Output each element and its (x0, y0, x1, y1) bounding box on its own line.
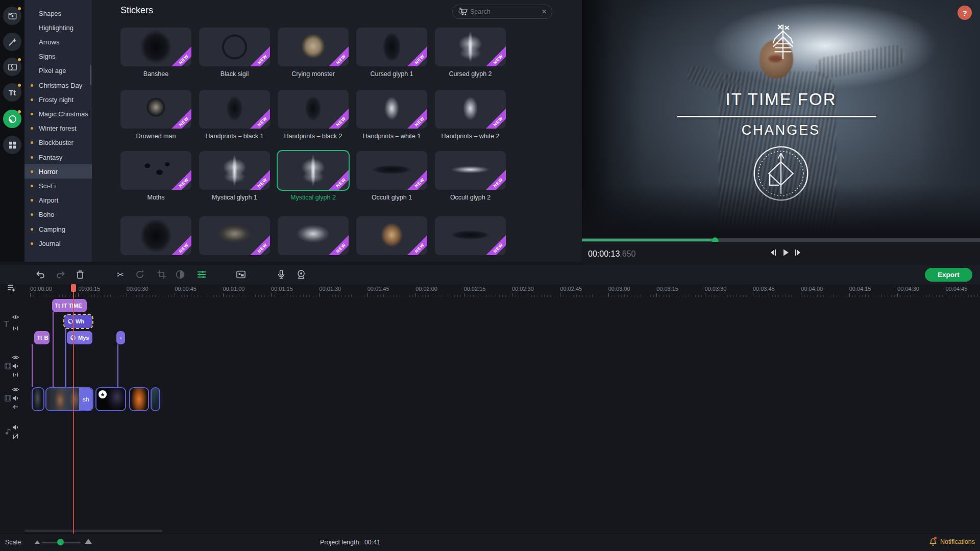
new-content-dot (18, 58, 21, 61)
sticker-tile-occult-glyph-2[interactable]: NEW (435, 151, 506, 190)
rail-import-button[interactable] (3, 7, 21, 25)
sticker-tile-mystical-glyph-1[interactable]: NEW (199, 151, 270, 190)
webcam-button[interactable] (296, 269, 307, 280)
overlay-track-link-icon[interactable] (12, 371, 19, 379)
sidebar-item-christmas-day[interactable]: Christmas Day (24, 78, 92, 92)
sticker-tile-banshee[interactable]: NEW (120, 28, 191, 66)
undo-button[interactable] (35, 269, 46, 280)
export-button[interactable]: Export (925, 268, 972, 282)
sidebar-item-airport[interactable]: Airport (24, 193, 92, 208)
sidebar-item-arrows[interactable]: Arrows (24, 35, 92, 49)
rotate-button[interactable] (134, 269, 145, 280)
timeline-h-scrollbar[interactable] (24, 530, 162, 532)
scale-slider-handle[interactable] (57, 539, 64, 545)
overlay-track-mute-icon[interactable] (12, 362, 19, 370)
audio-track-mute-icon[interactable] (12, 423, 19, 431)
sticker-tile-mystical-glyph-2[interactable]: NEW (278, 151, 349, 190)
sidebar-item-journal[interactable]: Journal (24, 236, 92, 251)
video-clip[interactable] (32, 387, 44, 411)
sidebar-item-fantasy[interactable]: Fantasy (24, 150, 92, 164)
rail-more-tools-button[interactable] (3, 136, 21, 154)
playhead-handle[interactable] (71, 284, 76, 292)
zoom-in-icon[interactable] (85, 539, 92, 544)
title-clip[interactable]: TtIT TIME (52, 299, 87, 312)
overlay-track-visibility-icon[interactable] (12, 354, 19, 361)
title-track-visibility-icon[interactable] (12, 313, 19, 321)
rail-filters-button[interactable] (3, 33, 21, 51)
sidebar-item-sci-fi[interactable]: Sci-Fi (24, 179, 92, 193)
sticker-label: Handprints – white 2 (435, 133, 506, 140)
sticker-tile-cursed-glyph-2[interactable]: NEW (435, 28, 506, 66)
overlay-title-text: IT TIME FOR (582, 90, 980, 109)
pip-frame-button[interactable] (235, 269, 247, 280)
sticker-tile[interactable]: NEW (199, 216, 270, 255)
scale-label: Scale: (5, 539, 23, 546)
video-clip[interactable]: sh (45, 387, 93, 411)
sidebar-item-signs[interactable]: Signs (24, 49, 92, 64)
sticker-tile-handprints-white-1[interactable]: NEW (356, 90, 427, 129)
help-button[interactable]: ? (958, 6, 972, 20)
video-track-arrow-icon[interactable] (12, 403, 19, 411)
sidebar-item-blockbuster[interactable]: Blockbuster (24, 136, 92, 150)
sticker-tile-crying-monster[interactable]: NEW (278, 28, 349, 66)
video-track-visibility-icon[interactable] (12, 386, 19, 393)
play-button[interactable] (781, 248, 790, 257)
sidebar-item-magic-christmas[interactable]: Magic Christmas (24, 107, 92, 121)
video-track-mute-icon[interactable] (12, 394, 19, 402)
sticker-clip[interactable] (116, 331, 125, 344)
sticker-tile-handprints-black-1[interactable]: NEW (199, 90, 270, 129)
color-adjust-button[interactable] (175, 269, 186, 280)
next-frame-button[interactable] (794, 248, 803, 257)
panel-title: Stickers (120, 5, 153, 16)
video-clip[interactable] (129, 387, 149, 411)
audio-track-unlink-icon[interactable] (12, 433, 19, 440)
add-track-icon[interactable] (7, 283, 16, 292)
ruler-tick (656, 293, 657, 297)
sticker-tile-drowned-man[interactable]: NEW (120, 90, 191, 129)
sticker-tile[interactable]: NEW (120, 216, 191, 255)
sticker-clip[interactable]: Wh (64, 315, 92, 328)
video-clip[interactable]: ★ (95, 387, 126, 411)
sidebar-item-highlighting[interactable]: Highlighting (24, 20, 92, 35)
zoom-out-icon[interactable] (35, 540, 40, 544)
sticker-tile-handprints-white-2[interactable]: NEW (435, 90, 506, 129)
sticker-tile[interactable]: NEW (435, 216, 506, 255)
filters-settings-button[interactable] (196, 269, 207, 280)
search-input[interactable] (469, 8, 537, 16)
clear-search-icon[interactable]: ✕ (542, 8, 547, 15)
sidebar-item-camping[interactable]: Camping (24, 222, 92, 236)
cart-icon[interactable] (458, 7, 468, 16)
video-clip[interactable] (151, 387, 160, 411)
sticker-clip[interactable]: Mys (67, 331, 92, 344)
redo-button[interactable] (55, 269, 66, 280)
crop-button[interactable] (156, 269, 167, 280)
sidebar-scrollbar[interactable] (90, 65, 91, 85)
notifications-button[interactable]: Notifications (929, 538, 975, 546)
sidebar-item-winter-forest[interactable]: Winter forest (24, 121, 92, 136)
delete-button[interactable] (75, 269, 86, 280)
rail-transitions-button[interactable] (3, 58, 21, 76)
timeline-ruler[interactable]: 00:00:0000:00:1500:00:3000:00:4500:01:00… (0, 284, 980, 297)
sticker-tile-moths[interactable]: NEW (120, 151, 191, 190)
sidebar-item-pixel-age[interactable]: Pixel age (24, 64, 92, 78)
sticker-tile-occult-glyph-1[interactable]: NEW (356, 151, 427, 190)
cut-button[interactable]: ✂ (115, 269, 126, 280)
rail-stickers-button[interactable] (3, 110, 21, 128)
sidebar-item-shapes[interactable]: Shapes (24, 6, 92, 20)
sticker-tile-cursed-glyph-1[interactable]: NEW (356, 28, 427, 66)
sticker-tile[interactable]: NEW (356, 216, 427, 255)
title-track-link-icon[interactable] (12, 324, 19, 332)
sidebar-item-frosty-night[interactable]: Frosty night (24, 92, 92, 107)
sticker-label: Handprints – white 1 (356, 133, 427, 140)
sticker-tile-handprints-black-2[interactable]: NEW (278, 90, 349, 129)
sticker-tile-black-sigil[interactable]: NEW (199, 28, 270, 66)
sticker-tile[interactable]: NEW (278, 216, 349, 255)
category-dot (31, 156, 33, 159)
record-audio-button[interactable] (276, 269, 287, 280)
clip-label: B (44, 335, 48, 341)
sidebar-item-horror[interactable]: Horror (24, 164, 92, 179)
sidebar-item-boho[interactable]: Boho (24, 208, 92, 222)
rail-titles-button[interactable]: Tt (3, 83, 21, 102)
title-clip[interactable]: TtB (34, 331, 50, 344)
prev-frame-button[interactable] (768, 248, 777, 257)
